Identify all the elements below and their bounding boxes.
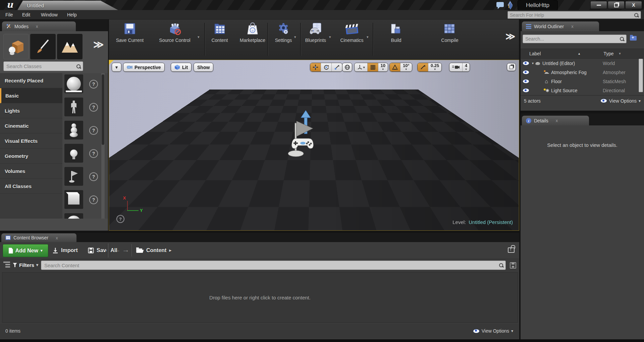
mode-paint-button[interactable] xyxy=(30,34,56,59)
minimize-button[interactable] xyxy=(590,1,607,9)
grid-snap-toggle[interactable] xyxy=(367,63,378,71)
content-view-options-button[interactable]: View Options ▾ xyxy=(473,328,513,334)
category-volumes[interactable]: Volumes xyxy=(0,164,62,179)
scale-snap-toggle[interactable] xyxy=(418,63,428,71)
source-control-button[interactable]: Source Control xyxy=(155,22,194,43)
category-visual-effects[interactable]: Visual Effects xyxy=(0,133,62,149)
search-classes-input[interactable] xyxy=(4,63,76,69)
category-recently-placed[interactable]: Recently Placed xyxy=(0,73,62,88)
level-name-link[interactable]: Untitled (Persistent) xyxy=(469,219,513,225)
source-control-dropdown[interactable]: ▾ xyxy=(198,35,200,39)
outliner-row-world[interactable]: ▾ Untitled (Editor) World xyxy=(521,59,644,68)
chat-bubble-icon[interactable] xyxy=(496,2,504,7)
category-lights[interactable]: Lights xyxy=(0,103,62,118)
maximize-viewport-button[interactable] xyxy=(507,63,516,71)
asset-view[interactable]: Drop files here or right click to create… xyxy=(2,272,518,323)
save-all-button[interactable]: Save All xyxy=(88,244,117,256)
close-tab-icon[interactable]: x xyxy=(556,118,558,123)
outliner-row-atmospheric-fog[interactable]: Atmospheric Fog Atmospher xyxy=(521,68,644,77)
visibility-eye-icon[interactable] xyxy=(523,70,529,74)
cinematics-dropdown[interactable]: ▾ xyxy=(367,35,369,39)
scale-tool-button[interactable] xyxy=(331,63,342,71)
tutorial-cap-icon[interactable] xyxy=(507,2,514,8)
expand-icon[interactable]: ▾ xyxy=(532,61,534,65)
help-search-input[interactable] xyxy=(508,12,634,18)
help-question-icon[interactable]: ? xyxy=(89,149,98,158)
placeable-empty-actor[interactable] xyxy=(64,74,83,93)
close-tab-icon[interactable]: x xyxy=(571,24,574,29)
save-current-button[interactable]: Save Current xyxy=(110,22,149,43)
player-start-actor[interactable] xyxy=(283,110,324,160)
close-button[interactable]: X xyxy=(625,1,642,9)
mode-place-button[interactable] xyxy=(3,34,29,59)
show-button[interactable]: Show xyxy=(194,63,213,72)
help-question-icon[interactable]: ? xyxy=(89,80,98,89)
forward-button[interactable]: → xyxy=(122,245,129,254)
viewport-help-icon[interactable]: ? xyxy=(116,215,124,223)
level-title-tab[interactable]: Untitled xyxy=(17,1,118,10)
settings-dropdown[interactable]: ▾ xyxy=(294,35,296,39)
tab-content-browser[interactable]: Content Browser x xyxy=(1,233,76,242)
close-tab-icon[interactable]: x xyxy=(56,235,58,240)
help-question-icon[interactable]: ? xyxy=(89,195,98,204)
breadcrumb-path[interactable]: Content ▸ xyxy=(136,244,171,256)
scale-snap-value-button[interactable]: 0.25 ▾ xyxy=(428,63,441,71)
menu-edit[interactable]: Edit xyxy=(20,11,32,18)
mode-overflow-chevron[interactable]: ≫ xyxy=(93,39,104,50)
rotation-snap-toggle[interactable] xyxy=(390,63,400,71)
outliner-view-options-button[interactable]: View Options ▾ xyxy=(600,98,641,104)
create-folder-button[interactable] xyxy=(629,35,639,43)
visibility-eye-icon[interactable] xyxy=(523,79,529,83)
help-question-icon[interactable]: ? xyxy=(89,103,98,112)
close-tab-icon[interactable]: x xyxy=(36,24,38,29)
help-question-icon[interactable]: ? xyxy=(89,126,98,135)
back-button[interactable]: ← xyxy=(113,245,121,254)
toolbar-overflow-chevron[interactable]: ≫ xyxy=(505,31,515,42)
rotate-tool-button[interactable] xyxy=(321,63,331,71)
restore-button[interactable] xyxy=(608,1,625,9)
sources-toggle-icon[interactable] xyxy=(3,262,10,268)
visibility-eye-icon[interactable] xyxy=(523,88,529,93)
grid-snap-value-button[interactable]: 10 ▾ xyxy=(378,63,388,71)
placeable-sphere[interactable] xyxy=(64,213,83,219)
blueprints-dropdown[interactable]: ▾ xyxy=(329,35,331,39)
rotation-snap-value-button[interactable]: 10° ▾ xyxy=(400,63,412,71)
mode-landscape-button[interactable] xyxy=(57,34,83,59)
cinematics-button[interactable]: Cinematics xyxy=(332,22,371,43)
save-search-icon[interactable] xyxy=(510,262,516,269)
surface-snap-button[interactable]: ▾ xyxy=(355,63,367,71)
visibility-eye-icon[interactable] xyxy=(523,61,529,65)
outliner-search-input[interactable] xyxy=(523,36,620,42)
viewport-options-button[interactable]: ▾ xyxy=(112,63,121,72)
placeable-player-start[interactable] xyxy=(64,167,83,186)
level-viewport[interactable]: ▾ Perspective Lit Show xyxy=(109,60,519,231)
content-search-input[interactable] xyxy=(41,263,499,268)
tab-world-outliner[interactable]: World Outliner x xyxy=(522,21,599,31)
toolbar-splitter[interactable] xyxy=(107,243,110,258)
category-geometry[interactable]: Geometry xyxy=(0,149,62,164)
modes-scrollbar[interactable] xyxy=(101,73,105,219)
menu-help[interactable]: Help xyxy=(65,11,79,18)
compile-button[interactable]: Compile xyxy=(430,22,469,43)
label-column-header[interactable]: Label xyxy=(529,51,541,56)
add-new-button[interactable]: Add New ▾ xyxy=(3,244,48,257)
build-button[interactable]: Build xyxy=(377,22,416,43)
scrollbar-thumb[interactable] xyxy=(102,74,104,145)
perspective-button[interactable]: Perspective xyxy=(123,63,165,72)
blueprints-button[interactable]: Blueprints xyxy=(296,22,335,43)
outliner-row-light-source[interactable]: Light Source Directional xyxy=(521,86,644,95)
category-basic[interactable]: Basic xyxy=(0,88,62,103)
world-local-toggle-button[interactable] xyxy=(342,63,352,72)
placeable-point-light[interactable] xyxy=(64,144,83,163)
outliner-scrollbar[interactable] xyxy=(639,59,643,92)
tab-modes[interactable]: Modes x xyxy=(2,21,76,31)
lock-sources-icon[interactable] xyxy=(508,247,515,253)
placeable-empty-character[interactable] xyxy=(64,98,83,116)
help-question-icon[interactable]: ? xyxy=(89,172,98,181)
menu-file[interactable]: File xyxy=(3,11,15,18)
menu-window[interactable]: Window xyxy=(39,11,60,18)
filters-button[interactable]: Filters ▾ xyxy=(13,261,38,269)
placeable-cube[interactable] xyxy=(64,190,83,209)
camera-speed-value-button[interactable]: 4 ▾ xyxy=(462,63,470,71)
camera-speed-button[interactable] xyxy=(449,63,462,71)
